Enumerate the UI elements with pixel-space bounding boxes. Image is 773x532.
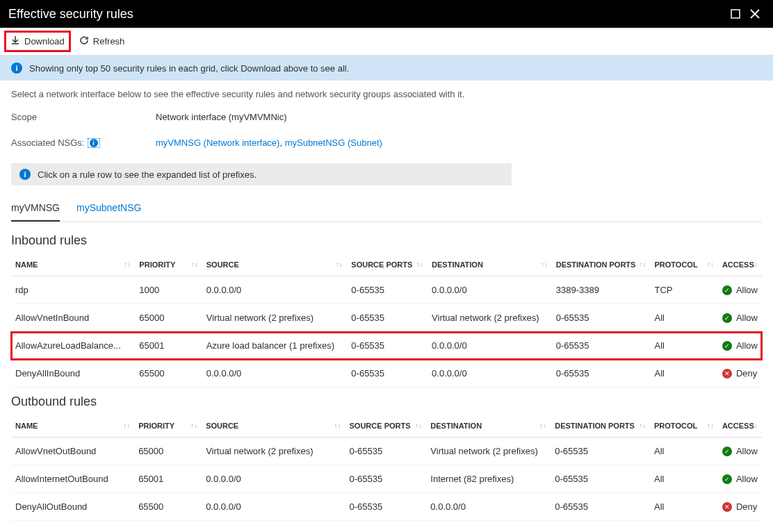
svg-rect-0 (731, 10, 740, 18)
cell-source: Virtual network (2 prefixes) (202, 438, 345, 465)
column-header-dest[interactable]: Destination↑↓ (428, 253, 552, 276)
cell-access: ✕Deny (718, 360, 762, 388)
cell-sports: 0-65535 (347, 304, 428, 332)
cell-dports: 0-65535 (552, 332, 651, 360)
titlebar: Effective security rules (0, 0, 773, 28)
cell-name: AllowVnetOutBound (11, 438, 134, 465)
allow-icon: ✓ (722, 474, 732, 484)
table-row[interactable]: AllowVnetOutBound65000Virtual network (2… (11, 438, 762, 465)
cell-access: ✓Allow (718, 276, 762, 304)
table-row[interactable]: DenyAllInBound655000.0.0.0/00-655350.0.0… (11, 360, 762, 388)
cell-sports: 0-65535 (347, 276, 428, 304)
scope-value: Network interface (myVMVMNic) (156, 112, 287, 122)
column-header-name[interactable]: Name↑↓ (11, 415, 134, 438)
cell-priority: 65500 (134, 493, 202, 521)
sort-icon: ↑↓ (707, 423, 714, 429)
cell-dports: 0-65535 (551, 493, 650, 521)
cell-dports: 0-65535 (551, 438, 650, 465)
column-header-dest[interactable]: Destination↑↓ (426, 415, 551, 438)
tab-myvmnsg[interactable]: myVMNSG (11, 198, 60, 222)
cell-dports: 0-65535 (552, 360, 651, 388)
table-row[interactable]: rdp10000.0.0.0/00-655350.0.0.0/03389-338… (11, 276, 762, 304)
cell-source: Virtual network (2 prefixes) (202, 304, 348, 332)
cell-protocol: All (650, 332, 717, 360)
allow-icon: ✓ (722, 285, 732, 295)
access-text: Allow (736, 313, 758, 323)
hint-text: Click on a rule row to see the expanded … (38, 169, 257, 180)
cell-source: 0.0.0.0/0 (202, 360, 348, 388)
inbound-rules-table: Name↑↓Priority↑↓Source↑↓Source Ports↑↓De… (11, 253, 762, 388)
cell-dest: Internet (82 prefixes) (426, 465, 551, 493)
cell-source: 0.0.0.0/0 (202, 465, 345, 493)
nsgs-row: Associated NSGs: i myVMNSG (Network inte… (11, 138, 762, 148)
table-row[interactable]: AllowAzureLoadBalance...65001Azure load … (11, 332, 762, 360)
download-button[interactable]: Download (4, 31, 71, 52)
access-text: Allow (736, 285, 758, 295)
info-banner: i Showing only top 50 security rules in … (0, 56, 773, 81)
cell-dest: Virtual network (2 prefixes) (428, 304, 552, 332)
sort-icon: ↑↓ (541, 262, 548, 267)
table-row[interactable]: DenyAllOutBound655000.0.0.0/00-655350.0.… (11, 493, 762, 521)
cell-priority: 65500 (135, 360, 202, 388)
info-icon[interactable]: i (88, 138, 100, 148)
column-header-source[interactable]: Source↑↓ (202, 253, 348, 276)
column-header-access[interactable]: Access↑↓ (718, 253, 762, 276)
maximize-icon[interactable] (726, 4, 745, 24)
download-label: Download (24, 36, 65, 47)
sort-icon: ↑↓ (751, 423, 758, 429)
info-banner-text: Showing only top 50 security rules in ea… (29, 63, 349, 74)
description-text: Select a network interface below to see … (11, 89, 762, 99)
column-header-protocol[interactable]: Protocol↑↓ (650, 253, 717, 276)
allow-icon: ✓ (722, 313, 732, 323)
cell-source: 0.0.0.0/0 (202, 276, 348, 304)
cell-priority: 65001 (135, 332, 202, 360)
cell-protocol: All (650, 304, 717, 332)
column-header-name[interactable]: Name↑↓ (11, 253, 135, 276)
cell-sports: 0-65535 (347, 332, 428, 360)
refresh-button[interactable]: Refresh (79, 35, 125, 47)
nsgs-value: myVMNSG (Network interface), mySubnetNSG… (156, 138, 382, 148)
sort-icon: ↑↓ (539, 423, 546, 429)
scope-label: Scope (11, 112, 156, 122)
cell-name: AllowVnetInBound (11, 304, 135, 332)
column-header-dports[interactable]: Destination Ports↑↓ (552, 253, 651, 276)
info-icon: i (11, 63, 22, 74)
column-header-priority[interactable]: Priority↑↓ (134, 415, 202, 438)
cell-name: DenyAllInBound (11, 360, 135, 388)
cell-source: Azure load balancer (1 prefixes) (202, 332, 348, 360)
column-header-dports[interactable]: Destination Ports↑↓ (551, 415, 650, 438)
cell-dest: 0.0.0.0/0 (428, 332, 552, 360)
cell-protocol: All (650, 493, 718, 521)
column-header-priority[interactable]: Priority↑↓ (135, 253, 202, 276)
refresh-icon (79, 35, 89, 47)
close-icon[interactable] (745, 4, 765, 24)
sort-icon: ↑↓ (336, 262, 343, 267)
access-text: Deny (736, 501, 757, 512)
cell-name: AllowInternetOutBound (11, 465, 134, 493)
cell-access: ✕Deny (718, 493, 762, 521)
nsg-link-interface[interactable]: myVMNSG (Network interface) (156, 138, 279, 148)
nsg-link-subnet[interactable]: mySubnetNSG (Subnet) (285, 138, 382, 148)
page-title: Effective security rules (8, 7, 726, 22)
column-header-access[interactable]: Access↑↓ (718, 415, 762, 438)
sort-icon: ↑↓ (639, 423, 646, 429)
access-text: Allow (736, 340, 758, 351)
cell-protocol: All (650, 438, 718, 465)
access-text: Allow (736, 446, 758, 456)
sort-icon: ↑↓ (751, 262, 758, 267)
table-row[interactable]: AllowInternetOutBound650010.0.0.0/00-655… (11, 465, 762, 493)
sort-icon: ↑↓ (123, 423, 130, 429)
scope-row: Scope Network interface (myVMVMNic) (11, 112, 762, 122)
column-header-sports[interactable]: Source Ports↑↓ (347, 253, 428, 276)
column-header-source[interactable]: Source↑↓ (202, 415, 345, 438)
cell-priority: 65001 (134, 465, 202, 493)
column-header-protocol[interactable]: Protocol↑↓ (650, 415, 718, 438)
cell-source: 0.0.0.0/0 (202, 493, 345, 521)
tab-mysubnetnsg[interactable]: mySubnetNSG (76, 198, 141, 222)
nsgs-label: Associated NSGs: i (11, 138, 156, 148)
column-header-sports[interactable]: Source Ports↑↓ (345, 415, 427, 438)
table-row[interactable]: AllowVnetInBound65000Virtual network (2 … (11, 304, 762, 332)
allow-icon: ✓ (722, 447, 732, 456)
toolbar: Download Refresh (0, 28, 773, 56)
sort-icon: ↑↓ (124, 262, 131, 267)
